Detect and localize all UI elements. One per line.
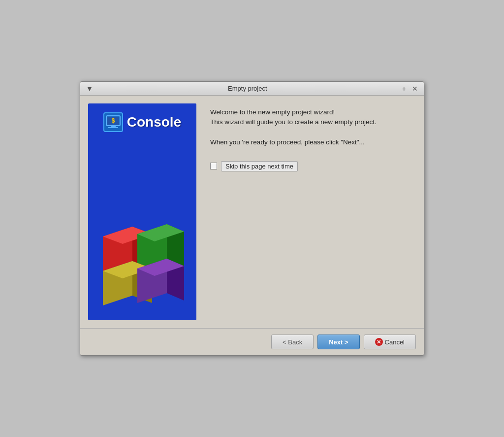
cancel-icon: ✕: [375, 338, 383, 346]
skip-row: Skip this page next time: [210, 161, 412, 171]
side-panel-header: $ Console: [98, 112, 186, 132]
cubes-svg: [98, 207, 187, 305]
title-bar-arrow-button[interactable]: ▼: [85, 85, 94, 92]
cubes-graphic: [98, 207, 187, 305]
proceed-text: When you 're ready to proceed, please cl…: [210, 137, 412, 147]
dialog-body: $ Console: [80, 96, 424, 328]
side-panel: $ Console: [88, 103, 196, 320]
skip-label: Skip this page next time: [221, 161, 298, 171]
console-icon-svg: $: [106, 115, 121, 130]
svg-rect-4: [108, 127, 118, 128]
console-icon: $: [103, 112, 123, 132]
svg-text:$: $: [111, 117, 115, 124]
cancel-label: Cancel: [385, 338, 405, 346]
dialog-title: Empty project: [228, 85, 267, 92]
welcome-line2: This wizard will guide you to create a n…: [210, 118, 377, 126]
skip-checkbox[interactable]: [210, 163, 217, 169]
cancel-button[interactable]: ✕ Cancel: [364, 335, 416, 349]
empty-project-dialog: ▼ Empty project + ✕ $: [80, 81, 424, 356]
content-panel: Welcome to the new empty project wizard!…: [206, 103, 416, 320]
back-button[interactable]: < Back: [271, 335, 314, 349]
title-bar-buttons: + ✕: [401, 85, 419, 92]
title-bar-left: ▼: [85, 85, 94, 92]
console-title-label: Console: [127, 114, 181, 130]
next-button[interactable]: Next >: [317, 335, 359, 349]
title-bar: ▼ Empty project + ✕: [80, 82, 424, 96]
dialog-footer: < Back Next > ✕ Cancel: [80, 328, 424, 355]
welcome-text: Welcome to the new empty project wizard!…: [210, 107, 412, 128]
svg-rect-3: [111, 126, 116, 127]
maximize-button[interactable]: +: [401, 85, 407, 92]
close-button[interactable]: ✕: [411, 85, 419, 92]
welcome-line1: Welcome to the new empty project wizard!: [210, 108, 335, 116]
